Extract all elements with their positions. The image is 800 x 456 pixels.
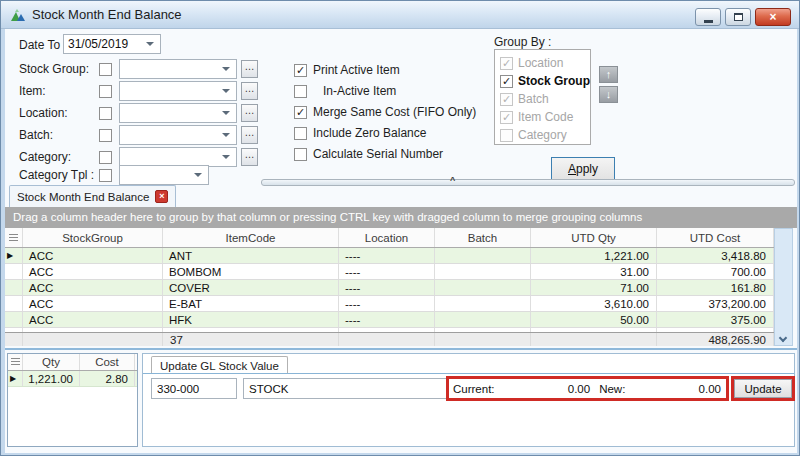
group-by-item[interactable]: ✓Stock Group xyxy=(500,73,590,89)
option-label: Print Active Item xyxy=(313,63,400,77)
utd-cost-total: 488,265.90 xyxy=(657,333,774,346)
row-indicator: ▶ xyxy=(8,371,23,386)
browse-button[interactable]: … xyxy=(241,148,258,166)
cell-location: ---- xyxy=(339,296,435,311)
minimize-button[interactable] xyxy=(695,8,721,26)
group-drop-zone[interactable]: Drag a column header here to group by th… xyxy=(5,207,797,228)
check-icon: ✓ xyxy=(296,65,305,76)
filter-checkbox[interactable] xyxy=(99,129,112,142)
cell-location: ---- xyxy=(339,312,435,327)
column-header-stockgroup[interactable]: StockGroup xyxy=(23,228,163,247)
tab-close-button[interactable]: × xyxy=(155,190,168,203)
tab-update-gl-stock-value[interactable]: Update GL Stock Value xyxy=(151,356,288,374)
group-by-item-label: Location xyxy=(518,56,563,70)
category-tpl-label: Category Tpl : xyxy=(19,168,99,182)
update-button[interactable]: Update xyxy=(734,379,792,398)
row-indicator xyxy=(5,264,23,279)
category-tpl-combobox[interactable] xyxy=(119,165,209,185)
filter-row: Batch:… xyxy=(19,125,265,145)
account-name-field[interactable]: STOCK xyxy=(243,378,455,399)
table-row[interactable]: ACCCOVER----71.00161.80 xyxy=(5,280,774,296)
cell-utd-qty: 1,221.00 xyxy=(531,248,657,263)
titlebar[interactable]: Stock Month End Balance × xyxy=(1,1,800,29)
maximize-button[interactable] xyxy=(725,8,751,26)
qty-column-header[interactable]: Qty xyxy=(23,354,80,370)
vertical-scrollbar[interactable] xyxy=(774,228,793,346)
option-checkbox[interactable]: ✓ xyxy=(294,106,307,119)
option-checkbox[interactable] xyxy=(294,148,307,161)
tab-stock-month-end-balance[interactable]: Stock Month End Balance × xyxy=(9,185,176,207)
category-tpl-checkbox[interactable] xyxy=(99,169,112,182)
cell-location: ---- xyxy=(339,264,435,279)
cell-batch xyxy=(435,264,531,279)
cost-value: 2.80 xyxy=(80,371,135,386)
filter-combobox[interactable] xyxy=(119,59,237,79)
option-checkbox[interactable] xyxy=(294,85,307,98)
filter-checkbox[interactable] xyxy=(99,63,112,76)
group-by-checkbox[interactable]: ✓ xyxy=(500,75,513,88)
table-row[interactable]: ▶ACCANT----1,221.003,418.80 xyxy=(5,248,774,264)
splitter-caret-icon: ^ xyxy=(450,175,455,185)
filter-checkbox[interactable] xyxy=(99,107,112,120)
cell-utd-cost: 373,200.00 xyxy=(657,296,774,311)
cell-location: ---- xyxy=(339,248,435,263)
grid-menu-icon[interactable] xyxy=(8,354,23,370)
browse-button[interactable]: … xyxy=(241,60,258,78)
date-to-combobox[interactable]: 31/05/2019 xyxy=(63,34,161,54)
filter-checkbox[interactable] xyxy=(99,85,112,98)
minimize-icon xyxy=(704,20,713,23)
filter-combobox[interactable] xyxy=(119,81,237,101)
burger-icon xyxy=(9,234,18,242)
footer-indicator-cell xyxy=(5,333,23,346)
option-label: Merge Same Cost (FIFO Only) xyxy=(313,105,476,119)
column-header-location[interactable]: Location xyxy=(339,228,435,247)
filter-checkbox[interactable] xyxy=(99,151,112,164)
date-to-value: 31/05/2019 xyxy=(64,37,146,51)
move-up-button[interactable]: ↑ xyxy=(599,66,618,83)
filter-combobox[interactable] xyxy=(119,103,237,123)
filter-label: Item: xyxy=(19,84,99,98)
option-checkbox[interactable]: ✓ xyxy=(294,64,307,77)
collapse-splitter[interactable]: ^ xyxy=(261,179,795,186)
table-row[interactable]: ACCBOMBOM----31.00700.00 xyxy=(5,264,774,280)
filter-label: Category: xyxy=(19,150,99,164)
cell-utd-qty: 50.00 xyxy=(531,312,657,327)
check-icon: ✓ xyxy=(296,107,305,118)
close-button[interactable]: × xyxy=(755,8,791,26)
chevron-down-icon xyxy=(222,133,230,137)
browse-button[interactable]: … xyxy=(241,126,258,144)
new-value: 0.00 xyxy=(625,383,726,395)
grid-menu-icon[interactable] xyxy=(5,228,23,247)
filter-combobox[interactable] xyxy=(119,125,237,145)
apply-button[interactable]: Apply xyxy=(551,157,615,181)
filter-combobox[interactable] xyxy=(119,147,237,167)
panel-separator xyxy=(5,348,797,350)
check-icon: ✓ xyxy=(502,112,511,123)
browse-button[interactable]: … xyxy=(241,82,258,100)
column-header-utd-cost[interactable]: UTD Cost xyxy=(657,228,774,247)
cell-utd-cost: 161.80 xyxy=(657,280,774,295)
column-header-utd-qty[interactable]: UTD Qty xyxy=(531,228,657,247)
account-code-field[interactable]: 330-000 xyxy=(151,378,237,399)
option-row: ✓Merge Same Cost (FIFO Only) xyxy=(294,104,476,120)
option-checkbox[interactable] xyxy=(294,127,307,140)
browse-button[interactable]: … xyxy=(241,104,258,122)
grid-footer: 37 488,265.90 xyxy=(5,332,774,346)
close-icon: × xyxy=(159,192,164,201)
detail-grid-header: Qty Cost xyxy=(8,354,137,371)
detail-row[interactable]: ▶ 1,221.00 2.80 xyxy=(8,371,137,387)
cost-column-header[interactable]: Cost xyxy=(80,354,135,370)
table-row[interactable]: ACCHFK----50.00375.00 xyxy=(5,312,774,328)
cell-stockgroup: ACC xyxy=(23,296,163,311)
row-marker-icon: ▶ xyxy=(10,375,16,383)
row-count: 37 xyxy=(163,333,339,346)
close-icon: × xyxy=(769,11,776,23)
chevron-down-icon xyxy=(222,111,230,115)
column-header-itemcode[interactable]: ItemCode xyxy=(163,228,339,247)
move-down-button[interactable]: ↓ xyxy=(599,86,618,103)
option-row: Calculate Serial Number xyxy=(294,146,443,162)
option-label: Calculate Serial Number xyxy=(313,147,443,161)
column-header-batch[interactable]: Batch xyxy=(435,228,531,247)
table-row[interactable]: ACCE-BAT----3,610.00373,200.00 xyxy=(5,296,774,312)
group-by-checkbox: ✓ xyxy=(500,57,513,70)
